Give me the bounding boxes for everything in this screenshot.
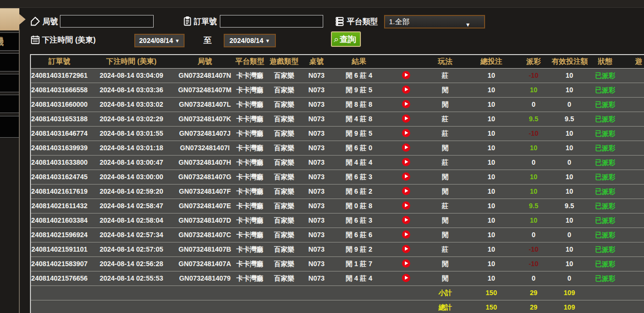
col-header-table: 桌號 [303,55,329,68]
cell-game: 百家樂 [265,98,303,112]
cell-play: 閒 [423,185,467,199]
play-video-icon[interactable] [402,129,410,137]
cell-round: GN0732481407J [175,127,235,141]
cell-table: N073 [303,69,329,83]
play-video-icon[interactable] [402,216,410,224]
cell-payout: -10 [515,242,552,256]
sidebar-active-item[interactable] [0,8,19,30]
cell-total: 10 [467,185,515,199]
col-header-result: 結果 [329,55,388,68]
cell-status: 已派彩 [587,271,623,285]
play-video-icon[interactable] [402,274,410,282]
sidebar-item-4[interactable] [0,95,19,113]
sidebar-item-5[interactable] [0,116,19,138]
sidebar-item-3[interactable] [0,74,19,92]
play-video-icon[interactable] [402,230,410,239]
round-input[interactable] [60,15,154,28]
cell-total: 10 [467,83,515,97]
cell-clipped [623,185,644,199]
sidebar-item-2[interactable] [0,53,19,71]
cell-status: 已派彩 [587,257,623,271]
cell-time: 2024-08-14 03:00:00 [88,170,175,184]
query-button[interactable]: ⌕查詢 [331,31,361,47]
cell-valid: 0 [552,271,587,285]
cell-total: 10 [467,271,515,285]
cell-result: 閒 6 莊 2 [329,185,388,199]
cell-valid: 10 [552,242,587,256]
cell-order: 240814021583907 [31,257,88,271]
cell-table: N073 [303,228,329,242]
date-to-dropdown[interactable]: 2024/08/14 ▼ [224,34,276,47]
cell-round: GN0732481407N [175,69,235,83]
play-video-icon[interactable] [402,71,410,79]
play-video-icon[interactable] [402,187,410,195]
platform-list-icon [334,16,345,27]
cell-total: 10 [467,199,515,213]
cell-total: 10 [467,98,515,112]
play-video-icon[interactable] [402,143,410,152]
platform-select[interactable]: 1.全部 ▼ [384,15,485,28]
cell-game: 百家樂 [265,156,303,170]
chevron-down-icon: ▼ [265,38,270,43]
play-video-icon[interactable] [402,100,410,108]
table-row: 240814031633800 2024-08-14 03:00:47 GN07… [31,156,644,170]
date-range-to-label: 至 [203,35,212,46]
play-video-icon[interactable] [402,158,410,166]
table-row: 240814031653188 2024-08-14 03:02:29 GN07… [31,112,644,127]
cell-game: 百家樂 [265,213,303,228]
cell-status: 已派彩 [587,170,623,184]
cell-play: 閒 [423,228,467,242]
date-from-dropdown[interactable]: 2024/08/14 ▼ [134,34,185,47]
cell-platform: 卡卡灣廳 [235,185,265,199]
cell-platform: 卡卡灣廳 [235,112,265,126]
col-header-game: 遊戲類型 [265,55,303,68]
play-video-icon[interactable] [402,114,410,123]
table-row: 240814021617619 2024-08-14 02:59:20 GN07… [31,185,644,199]
subtotal-row: 小計 150 29 109 [31,286,644,300]
table-row: 240814031646774 2024-08-14 03:01:55 GN07… [31,127,644,141]
cell-platform: 卡卡灣廳 [235,257,265,271]
cell-order: 240814031660000 [31,98,88,112]
cell-clipped [623,257,644,271]
cell-clipped [623,127,644,141]
cell-platform: 卡卡灣廳 [235,199,265,213]
platform-selected-value: 1.全部 [389,17,410,26]
cell-round: GN0732481407G [175,170,235,184]
order-input[interactable] [220,15,323,28]
cell-play: 莊 [423,112,467,126]
cell-play: 閒 [423,271,467,285]
sidebar-divider [19,29,20,313]
cell-play: 莊 [423,156,467,170]
play-video-icon[interactable] [402,259,410,268]
col-header-status: 狀態 [587,55,623,68]
cell-valid: 9.5 [552,199,587,213]
cell-time: 2024-08-14 02:57:05 [88,242,175,256]
subtotal-payout: 29 [515,286,552,300]
play-video-icon[interactable] [402,85,410,94]
cell-table: N073 [303,213,329,228]
cell-round: GN0732481407F [175,185,235,199]
play-video-icon[interactable] [402,245,410,253]
cell-status: 已派彩 [587,156,623,170]
sidebar-item-1[interactable]: 機 [0,32,19,51]
cell-clipped [623,156,644,170]
cell-status: 已派彩 [587,83,623,97]
cell-time: 2024-08-14 03:03:02 [88,98,175,112]
cell-round: GN0732481407C [175,228,235,242]
chevron-down-icon: ▼ [465,19,471,30]
cell-table: N073 [303,257,329,271]
play-video-icon[interactable] [402,172,410,181]
cell-clipped [623,83,644,97]
cell-order: 240814031666558 [31,83,88,97]
cell-table: N073 [303,83,329,97]
cell-status: 已派彩 [587,228,623,242]
query-button-label: 查詢 [340,35,356,44]
cell-play: 閒 [423,98,467,112]
cell-result: 閒 1 莊 7 [329,257,388,271]
cell-time: 2024-08-14 03:01:55 [88,127,175,141]
play-video-icon[interactable] [402,201,410,210]
date-from-value: 2024/08/14 [139,37,173,44]
col-header-order: 訂單號 [31,55,88,68]
bet-history-screen: 機 局號 訂單號 平台類型 1.全部 ▼ 下注時間 (美東) 2024/08/1… [0,0,644,313]
cell-clipped [623,228,644,242]
